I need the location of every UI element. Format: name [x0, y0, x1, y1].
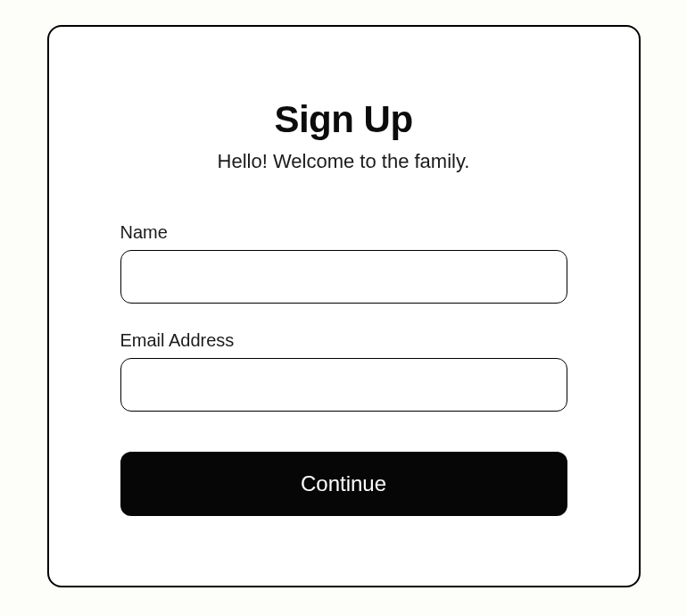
- continue-button[interactable]: Continue: [120, 452, 567, 516]
- name-label: Name: [120, 222, 567, 243]
- name-field-group: Name: [120, 222, 567, 304]
- signup-subheading: Hello! Welcome to the family.: [218, 150, 470, 173]
- signup-card: Sign Up Hello! Welcome to the family. Na…: [47, 25, 641, 587]
- signup-form: Name Email Address Continue: [120, 222, 567, 516]
- email-label: Email Address: [120, 330, 567, 351]
- signup-heading: Sign Up: [274, 98, 412, 141]
- name-input[interactable]: [120, 250, 567, 304]
- email-field-group: Email Address: [120, 330, 567, 412]
- email-input[interactable]: [120, 358, 567, 412]
